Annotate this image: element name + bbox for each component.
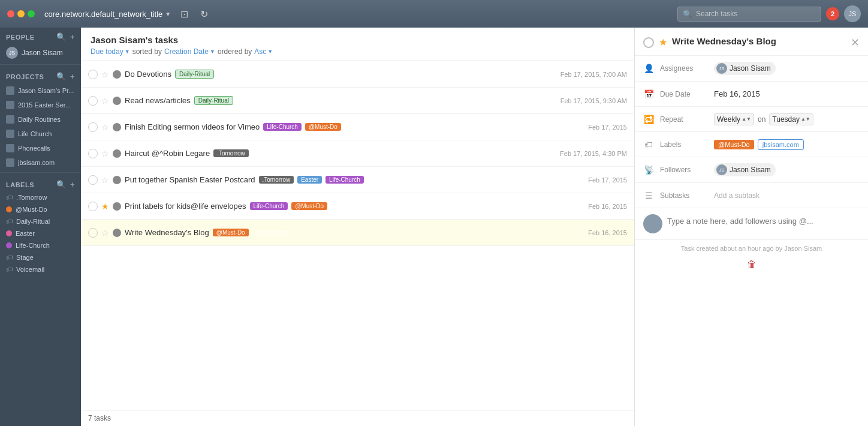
repeat-day-select[interactable]: Tuesday ▲▼: [769, 113, 813, 125]
table-row[interactable]: ☆ Do Devotions Daily-Ritual Feb 17, 2015…: [81, 61, 634, 88]
task-tag-daily-ritual-2[interactable]: Daily-Ritual: [194, 96, 233, 105]
label-must-do-pill[interactable]: @Must-Do: [714, 140, 754, 149]
task-checkbox-6[interactable]: [88, 202, 98, 211]
refresh-icon[interactable]: ↻: [198, 6, 210, 22]
sidebar-label-tomorrow[interactable]: 🏷 .Tomorrow: [0, 191, 81, 203]
task-tag-life-church-3[interactable]: Life-Church: [263, 123, 302, 131]
sidebar-project-3[interactable]: Life Church: [0, 127, 81, 141]
sidebar-project-5[interactable]: jbsisam.com: [0, 155, 81, 170]
sidebar-project-0[interactable]: Jason Sisam's Pr...: [0, 83, 81, 98]
table-row[interactable]: ☆ Write Wednesday's Blog @Must-Do jbsisa…: [81, 220, 634, 246]
sidebar-label-stage[interactable]: 🏷 Stage: [0, 251, 81, 263]
task-checkbox-4[interactable]: [88, 149, 98, 158]
projects-search-icon[interactable]: 🔍: [56, 72, 67, 81]
delete-task-button[interactable]: 🗑: [635, 257, 868, 272]
sidebar-project-2[interactable]: Daily Routines: [0, 112, 81, 127]
task-star-7[interactable]: ☆: [101, 228, 109, 238]
detail-due-date-value[interactable]: Feb 16, 2015: [714, 89, 860, 98]
task-star-3[interactable]: ☆: [101, 122, 109, 132]
table-row[interactable]: ☆ Read news/articles Daily-Ritual Feb 17…: [81, 88, 634, 114]
task-tag-life-church-5[interactable]: Life-Church: [326, 176, 364, 184]
task-priority-1: [113, 70, 121, 79]
detail-star-icon[interactable]: ★: [659, 37, 667, 48]
filter-order-link[interactable]: Asc ▼: [254, 47, 273, 56]
people-add-icon[interactable]: +: [70, 32, 75, 41]
task-checkbox-3[interactable]: [88, 122, 98, 132]
task-date-2: Feb 17, 2015, 9:30 AM: [560, 97, 627, 104]
task-tag-tomorrow-5[interactable]: .Tomorrow: [259, 176, 294, 184]
task-tag-easter-5[interactable]: Easter: [297, 176, 322, 184]
table-row[interactable]: ☆ Finish Editing sermon videos for Vimeo…: [81, 114, 634, 140]
project-icon-5: [6, 158, 14, 167]
add-subtask-button[interactable]: Add a subtask: [714, 191, 760, 200]
table-row[interactable]: ★ Print labels for kids@life envelopes L…: [81, 193, 634, 220]
follower-pill[interactable]: JS Jason Sisam: [714, 163, 776, 176]
projects-add-icon[interactable]: +: [70, 72, 75, 81]
sidebar-project-4[interactable]: Phonecalls: [0, 141, 81, 155]
task-tag-must-do-6[interactable]: @Must-Do: [291, 202, 327, 210]
people-search-icon[interactable]: 🔍: [56, 32, 67, 41]
traffic-lights: [7, 10, 35, 17]
labels-search-icon[interactable]: 🔍: [56, 180, 67, 189]
new-tab-icon[interactable]: ⊡: [178, 6, 191, 22]
task-checkbox-5[interactable]: [88, 175, 98, 185]
task-priority-7: [113, 229, 121, 237]
table-row[interactable]: ☆ Put together Spanish Easter Postcard .…: [81, 167, 634, 193]
app-title[interactable]: core.network.default_network_title ▼: [44, 10, 171, 19]
task-priority-3: [113, 123, 121, 131]
task-tag-life-church-6[interactable]: Life-Church: [250, 202, 288, 210]
sidebar-person-jason[interactable]: JS Jason Sisam: [0, 44, 81, 62]
sidebar-label-lifechurch[interactable]: Life-Church: [0, 239, 81, 251]
task-checkbox-7[interactable]: [88, 228, 98, 238]
sidebar-label-easter[interactable]: Easter: [0, 227, 81, 239]
assignee-pill[interactable]: JS Jason Sisam: [714, 62, 776, 75]
filter-due-link[interactable]: Due today ▼: [91, 47, 130, 56]
labels-add-icon[interactable]: +: [70, 180, 75, 189]
minimize-button[interactable]: [17, 10, 25, 17]
user-avatar[interactable]: JS: [844, 5, 861, 22]
task-priority-2: [113, 97, 121, 105]
search-box[interactable]: 🔍: [677, 7, 821, 22]
task-name-7: Write Wednesday's Blog @Must-Do jbsisam.…: [125, 228, 584, 237]
sidebar-label-voicemail[interactable]: 🏷 Voicemail: [0, 263, 81, 275]
task-tag-jbs-7[interactable]: jbsisam.com: [252, 229, 293, 236]
notification-badge[interactable]: 2: [826, 7, 839, 20]
task-tag-tomorrow-4[interactable]: .Tomorrow: [213, 149, 249, 157]
sidebar-project-1[interactable]: 2015 Easter Ser...: [0, 98, 81, 112]
detail-close-icon[interactable]: ✕: [851, 36, 860, 49]
subtasks-icon: ☰: [643, 191, 654, 200]
task-tag-must-do-3[interactable]: @Must-Do: [305, 123, 341, 131]
project-icon-3: [6, 130, 14, 138]
table-row[interactable]: ☆ Haircut @^Robin Legare .Tomorrow Feb 1…: [81, 140, 634, 167]
comment-input[interactable]: [667, 214, 860, 228]
task-star-1[interactable]: ☆: [101, 70, 109, 79]
task-name-3: Finish Editing sermon videos for Vimeo L…: [125, 122, 584, 131]
label-dot-lifechurch: [6, 242, 12, 248]
repeat-frequency-select[interactable]: Weekly ▲▼: [714, 113, 754, 125]
sidebar-divider-1: [0, 64, 81, 65]
task-priority-6: [113, 202, 121, 211]
task-star-4[interactable]: ☆: [101, 149, 109, 158]
filter-sort-field-link[interactable]: Creation Date ▼: [164, 47, 215, 56]
close-button[interactable]: [7, 10, 14, 17]
task-star-6[interactable]: ★: [101, 202, 109, 211]
detail-task-checkbox[interactable]: [643, 37, 654, 48]
detail-labels-value: @Must-Do jbsisam.com: [714, 139, 860, 150]
labels-section-header: LABELS 🔍 +: [0, 175, 81, 191]
task-tag-must-do-7[interactable]: @Must-Do: [213, 229, 249, 236]
detail-subtasks-row: ☰ Subtasks Add a subtask: [635, 183, 868, 208]
maximize-button[interactable]: [28, 10, 35, 17]
project-icon-1: [6, 101, 14, 109]
task-date-6: Feb 16, 2015: [588, 203, 627, 210]
task-checkbox-2[interactable]: [88, 96, 98, 106]
label-jbs-pill[interactable]: jbsisam.com: [758, 139, 804, 150]
search-input[interactable]: [696, 10, 816, 18]
sidebar-label-dailyritual[interactable]: 🏷 Daily-Ritual: [0, 215, 81, 227]
filter-due-arrow-icon: ▼: [125, 49, 130, 55]
sidebar-label-mustdo[interactable]: @Must-Do: [0, 203, 81, 215]
task-tag-daily-ritual-1[interactable]: Daily-Ritual: [175, 70, 214, 79]
task-checkbox-1[interactable]: [88, 70, 98, 79]
task-list-title: Jason Sisam's tasks: [91, 35, 625, 45]
task-star-5[interactable]: ☆: [101, 175, 109, 185]
task-star-2[interactable]: ☆: [101, 96, 109, 106]
